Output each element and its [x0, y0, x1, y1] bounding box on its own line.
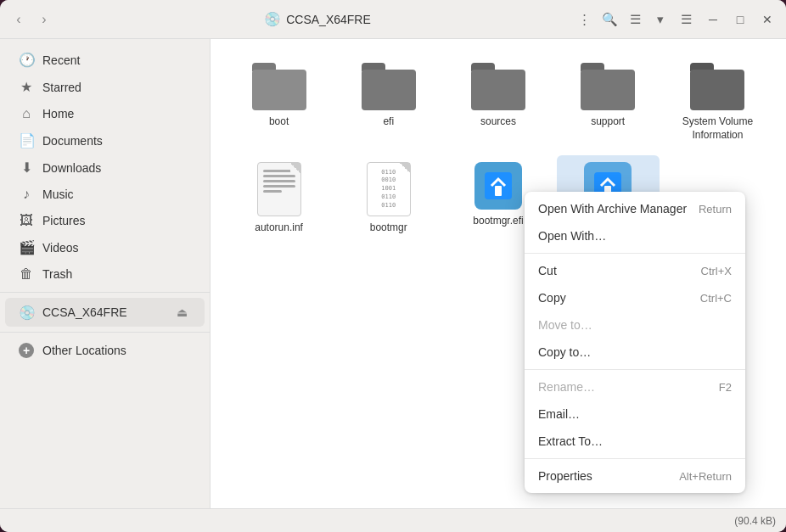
file-name-system-volume: System Volume Information — [679, 115, 755, 142]
sidebar-item-recent[interactable]: 🕐 Recent — [5, 47, 205, 73]
file-item-autorun[interactable]: autorun.inf — [227, 155, 330, 242]
file-name-efi: efi — [383, 115, 394, 129]
ctx-properties-label: Properties — [538, 469, 592, 483]
device-left: 💿 CCSA_X64FRE — [19, 305, 127, 321]
file-item-support[interactable]: support — [557, 56, 660, 136]
ctx-open-with-label: Open With… — [538, 229, 606, 243]
folder-icon-sources — [471, 63, 525, 110]
file-name-autorun: autorun.inf — [255, 221, 303, 235]
bin-file-icon-bootmgr: 01100010100101100110 — [367, 162, 411, 216]
home-icon: ⌂ — [19, 106, 34, 121]
ctx-open-with[interactable]: Open With… — [525, 222, 745, 249]
ctx-divider-3 — [525, 458, 745, 459]
sidebar-label-ccsa: CCSA_X64FRE — [42, 305, 127, 319]
ctx-divider-1 — [525, 253, 745, 254]
videos-icon: 🎬 — [19, 239, 34, 255]
sidebar-item-documents[interactable]: 📄 Documents — [5, 127, 205, 154]
star-icon: ★ — [19, 79, 34, 95]
pictures-icon: 🖼 — [19, 213, 34, 228]
sidebar-item-starred[interactable]: ★ Starred — [5, 74, 205, 100]
sidebar-label-music: Music — [42, 188, 74, 201]
search-button[interactable]: 🔍 — [598, 8, 621, 31]
svg-rect-1 — [495, 186, 502, 196]
ctx-cut[interactable]: Cut Ctrl+X — [525, 257, 745, 284]
sidebar-item-downloads[interactable]: ⬇ Downloads — [5, 154, 205, 181]
main-layout: 🕐 Recent ★ Starred ⌂ Home 📄 Documents ⬇ … — [0, 39, 786, 508]
sidebar-item-trash[interactable]: 🗑 Trash — [5, 261, 205, 287]
file-item-boot[interactable]: boot — [227, 56, 330, 136]
file-name-sources: sources — [480, 115, 516, 129]
ctx-copy-to-label: Copy to… — [538, 345, 591, 359]
window-title-bar: 💿 CCSA_X64FRE — [63, 11, 572, 27]
titlebar-actions: ⋮ 🔍 ☰ ▾ ☰ ─ □ ✕ — [572, 8, 779, 31]
more-button[interactable]: ☰ — [674, 8, 698, 31]
ctx-copy-to[interactable]: Copy to… — [525, 339, 745, 366]
statusbar-size: (90.4 kB) — [734, 515, 776, 527]
recent-icon: 🕐 — [19, 52, 34, 68]
sidebar-item-videos[interactable]: 🎬 Videos — [5, 234, 205, 260]
exe-icon-bootmgr-efi — [474, 162, 522, 210]
sidebar-label-downloads: Downloads — [42, 161, 101, 175]
file-content-area[interactable]: boot efi sources — [211, 39, 786, 508]
ctx-extract-to[interactable]: Extract To… — [525, 428, 745, 455]
ctx-open-archive[interactable]: Open With Archive Manager Return — [525, 195, 745, 222]
forward-button[interactable]: › — [32, 8, 56, 31]
sidebar-item-ccsa[interactable]: 💿 CCSA_X64FRE ⏏ — [5, 298, 205, 327]
trash-icon: 🗑 — [19, 266, 34, 282]
ctx-copy[interactable]: Copy Ctrl+C — [525, 284, 745, 311]
file-name-support: support — [591, 115, 625, 129]
ctx-copy-shortcut: Ctrl+C — [700, 292, 732, 305]
disk-icon: 💿 — [19, 305, 34, 321]
ctx-open-archive-label: Open With Archive Manager — [538, 202, 687, 216]
text-file-icon-autorun — [257, 162, 301, 216]
sidebar-label-starred: Starred — [42, 81, 81, 94]
file-item-efi[interactable]: efi — [337, 56, 440, 136]
ctx-extract-to-label: Extract To… — [538, 434, 603, 448]
sidebar: 🕐 Recent ★ Starred ⌂ Home 📄 Documents ⬇ … — [0, 39, 211, 508]
sidebar-item-other-locations[interactable]: + Other Locations — [5, 338, 205, 363]
sidebar-divider-2 — [0, 332, 210, 333]
ctx-open-archive-shortcut: Return — [699, 203, 732, 216]
minimize-button[interactable]: ─ — [701, 8, 725, 31]
sidebar-item-music[interactable]: ♪ Music — [5, 182, 205, 207]
file-name-bootmgr-efi: bootmgr.efi — [473, 215, 523, 228]
ctx-properties[interactable]: Properties Alt+Return — [525, 462, 745, 490]
sidebar-label-pictures: Pictures — [42, 214, 86, 227]
ctx-properties-shortcut: Alt+Return — [679, 470, 732, 483]
ctx-email[interactable]: Email… — [525, 400, 745, 428]
add-icon: + — [19, 343, 34, 358]
file-manager-window: ‹ › 💿 CCSA_X64FRE ⋮ 🔍 ☰ ▾ ☰ ─ □ ✕ 🕐 Rece… — [0, 0, 786, 532]
file-item-sources[interactable]: sources — [446, 56, 549, 136]
ctx-email-label: Email… — [538, 407, 580, 421]
ctx-cut-label: Cut — [538, 264, 557, 277]
sidebar-label-trash: Trash — [42, 267, 72, 281]
back-button[interactable]: ‹ — [7, 8, 31, 31]
folder-icon-boot — [252, 63, 306, 110]
ctx-rename-shortcut: F2 — [719, 381, 732, 394]
sidebar-label-other-locations: Other Locations — [42, 344, 126, 357]
titlebar: ‹ › 💿 CCSA_X64FRE ⋮ 🔍 ☰ ▾ ☰ ─ □ ✕ — [0, 0, 786, 39]
ctx-copy-label: Copy — [538, 291, 566, 305]
maximize-button[interactable]: □ — [728, 8, 752, 31]
eject-button[interactable]: ⏏ — [172, 303, 191, 322]
file-name-bootmgr: bootmgr — [370, 221, 407, 235]
window-title: CCSA_X64FRE — [286, 13, 371, 26]
view-toggle-button[interactable]: ▾ — [648, 8, 672, 31]
file-item-bootmgr[interactable]: 01100010100101100110 bootmgr — [337, 155, 440, 242]
sidebar-item-pictures[interactable]: 🖼 Pictures — [5, 208, 205, 233]
sidebar-label-videos: Videos — [42, 241, 79, 255]
file-item-system-volume[interactable]: System Volume Information — [666, 56, 769, 148]
ctx-divider-2 — [525, 369, 745, 370]
sidebar-label-documents: Documents — [42, 134, 103, 148]
view-list-button[interactable]: ☰ — [623, 8, 647, 31]
context-menu: Open With Archive Manager Return Open Wi… — [525, 192, 745, 493]
sidebar-item-home[interactable]: ⌂ Home — [5, 101, 205, 126]
folder-icon-support — [581, 63, 635, 110]
close-button[interactable]: ✕ — [755, 8, 779, 31]
folder-icon-efi — [362, 63, 416, 110]
ctx-move-to: Move to… — [525, 311, 745, 339]
menu-button[interactable]: ⋮ — [572, 8, 596, 31]
sidebar-divider — [0, 292, 210, 293]
ctx-cut-shortcut: Ctrl+X — [701, 265, 732, 277]
file-name-boot: boot — [269, 115, 289, 129]
